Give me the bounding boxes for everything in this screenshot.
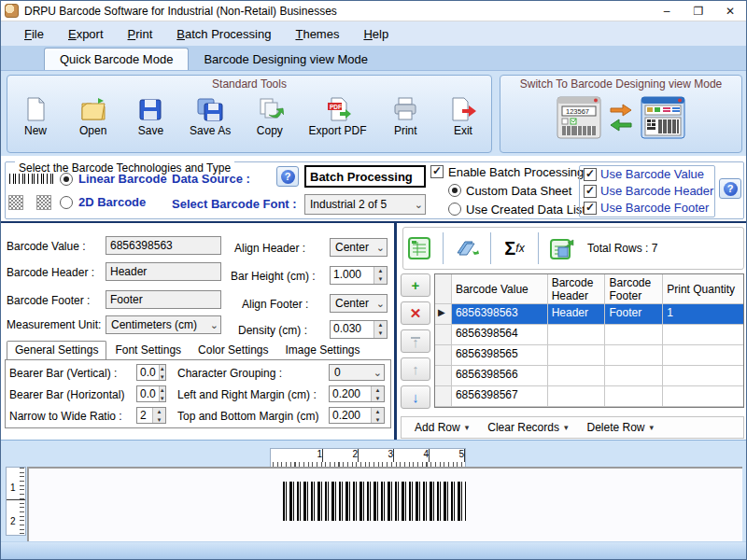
bearer-vertical-spinner[interactable]: 0.0▲▼ [136,364,166,381]
cell-barcode-value[interactable]: 6856398566 [452,366,548,386]
table-row[interactable]: 6856398564 [435,325,743,345]
bar-height-spinner[interactable]: 1.000▲▼ [330,266,388,285]
switch-mode-group[interactable]: Switch To Barcode Designing view Mode 12… [500,75,742,153]
table-row[interactable]: 6856398563 Header Footer 1 [435,304,743,325]
spin-up-icon[interactable]: ▲ [374,321,387,329]
cell-barcode-value[interactable]: 6856398563 [452,304,548,325]
sum-function-icon[interactable]: Σfx [499,238,530,259]
narrow-wide-ratio-spinner[interactable]: 2▲▼ [136,407,166,424]
spin-down-icon[interactable]: ▼ [372,395,384,403]
spin-down-icon[interactable]: ▼ [374,329,387,338]
clear-records-button[interactable]: Clear Records [480,419,575,436]
use-barcode-value-checkbox[interactable] [584,168,597,181]
spin-down-icon[interactable]: ▼ [153,416,165,425]
spin-down-icon[interactable]: ▼ [160,395,165,403]
enable-batch-checkbox[interactable] [430,165,444,178]
use-barcode-footer-checkbox[interactable] [584,202,597,215]
spin-down-icon[interactable]: ▼ [160,373,165,382]
use-barcode-help-button[interactable]: ? [719,178,741,199]
minimize-button[interactable]: – [651,1,683,21]
lr-margin-spinner[interactable]: 0.200▲▼ [329,385,385,402]
new-button[interactable]: New [17,96,54,137]
cell-print-quantity[interactable] [663,325,743,345]
character-grouping-select[interactable]: 0 [329,364,385,381]
cell-barcode-header[interactable] [548,366,606,386]
move-down-button-icon[interactable]: ↓ [401,385,430,409]
linear-barcode-radio[interactable] [60,173,73,186]
table-row[interactable]: 6856398567 [435,386,743,407]
save-button[interactable]: Save [132,96,169,137]
tab-font-settings[interactable]: Font Settings [106,341,190,360]
cell-barcode-header[interactable] [548,345,606,366]
measurement-unit-select[interactable]: Centimeters (cm) [106,315,221,334]
cell-barcode-value[interactable]: 6856398565 [452,345,548,366]
move-up-button-icon[interactable]: ↑ [401,357,430,381]
add-row-button[interactable]: Add Row [407,419,476,436]
tab-image-settings[interactable]: Image Settings [276,341,368,360]
barcode-footer-input[interactable] [106,290,221,309]
spin-up-icon[interactable]: ▲ [372,408,384,416]
restore-button[interactable]: ❐ [683,1,714,21]
custom-data-sheet-radio[interactable] [448,184,461,197]
spin-up-icon[interactable]: ▲ [160,386,165,395]
cell-barcode-header[interactable]: Header [548,304,606,325]
tab-quick-barcode-mode[interactable]: Quick Barcode Mode [44,48,189,70]
2d-barcode-radio[interactable] [60,196,73,209]
barcode-font-select[interactable]: Industrial 2 of 5 [304,194,426,215]
cell-barcode-header[interactable] [548,325,606,345]
use-created-data-list-radio[interactable] [448,203,461,216]
cell-print-quantity[interactable] [663,366,743,386]
preview-canvas[interactable] [27,467,742,541]
bearer-horizontal-spinner[interactable]: 0.0▲▼ [136,385,166,402]
excel-export-icon[interactable] [546,236,578,260]
delete-row-button[interactable]: Delete Row [579,419,661,436]
copy-book-icon[interactable] [451,236,483,260]
spin-up-icon[interactable]: ▲ [153,408,165,416]
column-header-print-quantity[interactable]: Print Quantity [663,274,743,304]
tab-barcode-designing-view-mode[interactable]: Barcode Designing view Mode [189,48,383,70]
menu-export[interactable]: Export [58,24,114,44]
menu-file[interactable]: File [14,24,54,44]
table-row[interactable]: 6856398566 [435,366,743,386]
spin-up-icon[interactable]: ▲ [372,386,384,395]
delete-row-button-icon[interactable]: ✕ [401,301,430,325]
data-source-help-button[interactable]: ? [276,166,299,187]
menu-batch-processing[interactable]: Batch Processing [166,24,281,44]
cell-barcode-value[interactable]: 6856398567 [452,386,548,407]
save-as-button[interactable]: Save As [190,96,231,137]
spin-down-icon[interactable]: ▼ [374,275,387,284]
tab-general-settings[interactable]: General Settings [7,341,106,360]
use-barcode-header-checkbox[interactable] [584,185,597,198]
barcode-header-input[interactable] [106,262,221,281]
cell-print-quantity[interactable] [663,345,743,366]
print-button[interactable]: Print [387,96,424,137]
cell-print-quantity[interactable] [663,386,743,407]
export-pdf-button[interactable]: PDF Export PDF [309,96,367,137]
cell-barcode-footer[interactable]: Footer [605,304,663,325]
close-button[interactable]: ✕ [714,1,746,21]
add-row-button-icon[interactable]: + [401,273,430,297]
menu-print[interactable]: Print [118,24,163,44]
copy-button[interactable]: Copy [251,96,289,137]
menu-themes[interactable]: Themes [285,24,349,44]
column-header-barcode-header[interactable]: Barcode Header [548,274,606,304]
cell-barcode-header[interactable] [548,386,606,407]
cell-barcode-footer[interactable] [605,345,663,366]
cell-print-quantity[interactable]: 1 [663,304,743,325]
barcode-value-input[interactable] [106,236,221,255]
density-spinner[interactable]: 0.030▲▼ [330,320,388,339]
open-button[interactable]: Open [75,96,112,137]
move-top-button-icon[interactable]: ↑ [401,329,430,353]
column-header-barcode-footer[interactable]: Barcode Footer [605,274,663,304]
cell-barcode-footer[interactable] [605,366,663,386]
data-source-input[interactable] [304,165,426,188]
spin-up-icon[interactable]: ▲ [374,267,387,275]
table-row[interactable]: 6856398565 [435,345,743,366]
align-header-select[interactable]: Center [330,238,388,257]
tb-margin-spinner[interactable]: 0.200▲▼ [329,407,385,424]
spin-down-icon[interactable]: ▼ [372,416,384,425]
spin-up-icon[interactable]: ▲ [160,365,165,373]
column-header-barcode-value[interactable]: Barcode Value [452,274,548,304]
cell-barcode-value[interactable]: 6856398564 [452,325,548,345]
menu-help[interactable]: Help [353,24,399,44]
